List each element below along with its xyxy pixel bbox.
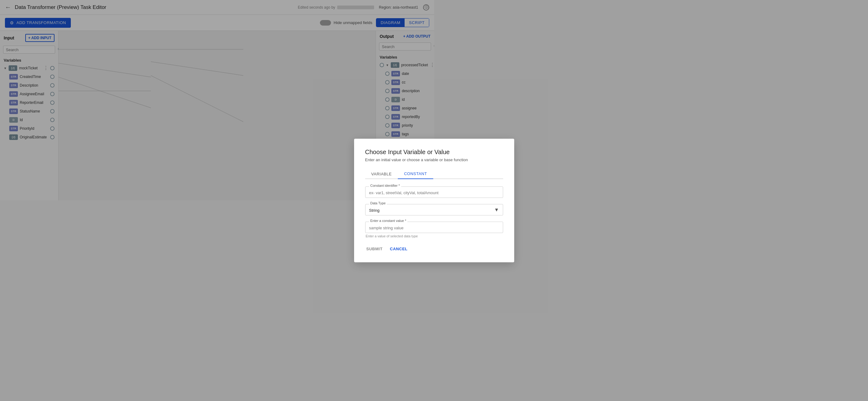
constant-identifier-wrapper: Constant identifier * <box>365 187 434 198</box>
constant-identifier-group: Constant identifier * <box>365 187 434 198</box>
dialog-tab-group: VARIABLE CONSTANT <box>365 168 434 179</box>
tab-variable[interactable]: VARIABLE <box>365 169 398 179</box>
tab-constant[interactable]: CONSTANT <box>398 169 433 179</box>
choose-input-dialog: Choose Input Variable or Value Enter an … <box>354 139 434 200</box>
constant-identifier-input[interactable] <box>366 187 434 198</box>
dialog-title: Choose Input Variable or Value <box>365 149 434 156</box>
dialog-subtitle: Enter an initial value or choose a varia… <box>365 157 434 162</box>
dialog-overlay: Choose Input Variable or Value Enter an … <box>0 0 434 200</box>
constant-identifier-label: Constant identifier * <box>369 184 401 188</box>
